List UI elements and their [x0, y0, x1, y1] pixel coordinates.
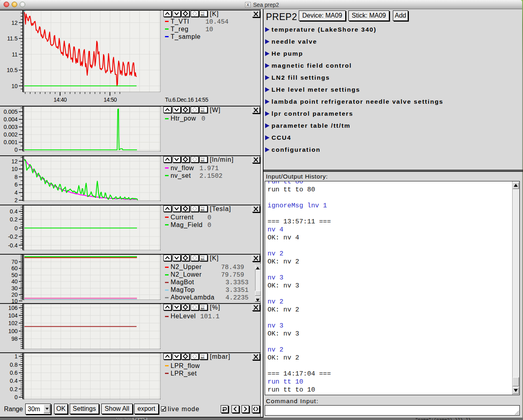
svg-text:-0.4: -0.4 — [8, 242, 18, 249]
svg-text:40: 40 — [11, 278, 18, 285]
svg-text:6: 6 — [14, 181, 18, 188]
svg-text:11.5: 11.5 — [7, 35, 18, 42]
svg-text:0: 0 — [14, 147, 18, 153]
svg-text:lin: lin — [201, 109, 205, 113]
svg-text:60: 60 — [11, 265, 18, 271]
svg-text:11: 11 — [12, 51, 18, 58]
svg-text:12: 12 — [11, 158, 18, 165]
svg-text:0.2: 0.2 — [10, 386, 18, 392]
svg-text:102: 102 — [8, 320, 18, 326]
svg-text:1: 1 — [14, 353, 18, 360]
svg-text:0: 0 — [14, 225, 18, 231]
svg-text:70: 70 — [11, 259, 18, 265]
svg-text:10: 10 — [11, 298, 18, 304]
svg-text:0.4: 0.4 — [10, 378, 18, 384]
svg-text:2: 2 — [14, 197, 18, 203]
svg-text:98: 98 — [11, 336, 18, 342]
svg-text:lin: lin — [201, 356, 205, 360]
svg-text:106: 106 — [8, 305, 18, 311]
svg-text:8: 8 — [14, 174, 18, 180]
svg-text:0.2: 0.2 — [10, 216, 18, 223]
svg-text:4: 4 — [14, 189, 18, 196]
svg-text:10.5: 10.5 — [7, 67, 18, 73]
svg-text:10: 10 — [11, 83, 18, 89]
svg-text:100: 100 — [8, 328, 18, 334]
svg-text:0.8: 0.8 — [10, 362, 18, 368]
svg-text:0.002: 0.002 — [4, 131, 18, 138]
svg-text:104: 104 — [8, 312, 18, 319]
svg-text:lin: lin — [201, 257, 205, 261]
svg-text:0.003: 0.003 — [4, 124, 18, 130]
svg-text:0.005: 0.005 — [4, 109, 18, 115]
svg-text:0.6: 0.6 — [10, 370, 18, 376]
svg-text:12: 12 — [11, 20, 18, 26]
svg-text:-0.2: -0.2 — [8, 233, 18, 240]
svg-text:0.004: 0.004 — [4, 116, 18, 123]
svg-text:lin: lin — [201, 307, 205, 310]
svg-text:lin: lin — [201, 13, 205, 17]
svg-text:50: 50 — [11, 272, 18, 278]
svg-text:lin: lin — [201, 159, 205, 163]
svg-text:lin: lin — [201, 208, 205, 212]
svg-text:20: 20 — [11, 291, 18, 298]
svg-text:0.4: 0.4 — [10, 208, 18, 215]
svg-text:0: 0 — [14, 394, 18, 400]
svg-text:30: 30 — [11, 285, 18, 291]
svg-text:0.001: 0.001 — [4, 139, 18, 145]
svg-text:10: 10 — [11, 166, 18, 172]
